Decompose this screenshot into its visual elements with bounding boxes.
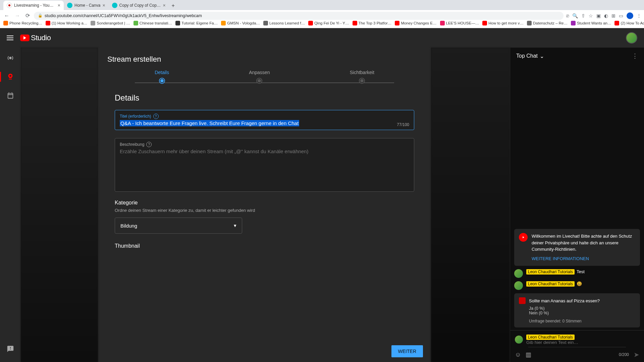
close-icon[interactable]: × bbox=[163, 3, 165, 8]
bookmark-favicon bbox=[395, 21, 399, 25]
step-label: Details bbox=[155, 70, 169, 75]
emoji-button[interactable]: ☺ bbox=[515, 351, 521, 358]
bookmark-item[interactable]: Phone Recycling… bbox=[3, 21, 42, 25]
cast-icon[interactable]: ⎚ bbox=[566, 13, 569, 18]
bookmark-favicon bbox=[353, 21, 357, 25]
welcome-text: Willkommen im Livechat! Bitte achte auf … bbox=[532, 233, 635, 253]
step-dot-icon bbox=[257, 78, 262, 83]
chat-input-area: Leon Chaudhari Tutorials Gib hier deinen… bbox=[510, 330, 644, 362]
user-avatar-icon bbox=[514, 281, 523, 290]
sidebar-item-schedule[interactable] bbox=[3, 88, 17, 103]
bookmark-item[interactable]: (1) How Working a… bbox=[46, 21, 88, 25]
chat-message: Leon Chaudhari Tutorials😃 bbox=[514, 281, 640, 290]
browser-tab[interactable]: Copy of Copy of Copy of Cop× bbox=[109, 1, 169, 10]
category-title: Kategorie bbox=[115, 200, 414, 206]
zoom-icon[interactable]: 🔍 bbox=[572, 13, 578, 18]
chat-mode-select[interactable]: Top Chat⌄ bbox=[516, 53, 544, 59]
step-label: Sichtbarkeit bbox=[350, 70, 374, 75]
title-field[interactable]: Titel (erforderlich)? Q&A - Ich beantwor… bbox=[115, 110, 414, 130]
bookmark-item[interactable]: Money Changes E… bbox=[395, 21, 436, 25]
bookmark-favicon bbox=[91, 21, 95, 25]
help-icon[interactable]: ? bbox=[153, 114, 159, 119]
bookmark-icon[interactable]: ☆ bbox=[589, 13, 593, 18]
modal-title: Stream erstellen bbox=[98, 48, 431, 70]
sidebar bbox=[0, 48, 21, 362]
description-field[interactable]: Beschreibung? Erzähle Zuschauern mehr üb… bbox=[115, 138, 414, 192]
next-button[interactable]: WEITER bbox=[391, 345, 423, 357]
poll-button[interactable]: ▥ bbox=[526, 351, 531, 358]
chat-panel: Top Chat⌄ ⋮ Willkommen im Livechat! Bitt… bbox=[510, 48, 644, 362]
chat-more-button[interactable]: ⋮ bbox=[632, 52, 638, 60]
step-details[interactable]: Details bbox=[155, 70, 169, 83]
youtube-icon bbox=[20, 35, 30, 41]
sidebar-item-webcam[interactable] bbox=[3, 70, 17, 84]
user-avatar[interactable] bbox=[626, 32, 637, 44]
bookmark-item[interactable]: Datenschutz – Re… bbox=[527, 21, 568, 25]
chat-message: Leon Chaudhari TutorialsTest bbox=[514, 269, 640, 278]
bookmark-favicon bbox=[221, 21, 226, 25]
create-stream-modal: Stream erstellen Details Anpassen Sichtb… bbox=[98, 48, 431, 362]
sidebar-item-stream[interactable] bbox=[3, 51, 17, 65]
chat-mode-label: Top Chat bbox=[516, 53, 538, 59]
bookmark-item[interactable]: LEE'S HOUSE—… bbox=[440, 21, 479, 25]
bookmark-item[interactable]: The Top 3 Platfor… bbox=[353, 21, 392, 25]
back-button[interactable]: ← bbox=[3, 11, 11, 20]
close-icon[interactable]: × bbox=[58, 3, 60, 8]
bookmark-item[interactable]: Sonderangebot | … bbox=[91, 21, 130, 25]
step-label: Anpassen bbox=[249, 70, 270, 75]
new-tab-button[interactable]: + bbox=[169, 1, 177, 10]
char-counter: 77/100 bbox=[397, 122, 409, 127]
bookmark-item[interactable]: How to get more v… bbox=[482, 21, 524, 25]
close-icon[interactable]: × bbox=[102, 3, 105, 8]
form-scroll[interactable]: Details Titel (erforderlich)? Q&A - Ich … bbox=[98, 93, 431, 341]
bookmark-favicon bbox=[308, 21, 313, 25]
share-icon[interactable]: ⇧ bbox=[581, 13, 585, 18]
bookmark-label: Chinese translati… bbox=[140, 21, 172, 25]
bookmark-favicon bbox=[571, 21, 576, 25]
ext-icon[interactable]: ◐ bbox=[604, 13, 608, 18]
menu-icon[interactable]: ⋮ bbox=[637, 13, 641, 18]
reload-button[interactable]: ⟳ bbox=[24, 11, 31, 20]
url-field[interactable]: 🔒studio.youtube.com/channel/UC1a5FWVn0gU… bbox=[34, 12, 564, 20]
ext-icon[interactable]: ▭ bbox=[619, 13, 623, 18]
bookmark-label: Money Changes E… bbox=[401, 21, 436, 25]
step-customize[interactable]: Anpassen bbox=[249, 70, 270, 83]
poll-option: Ja (0 %) bbox=[529, 306, 635, 311]
chat-input[interactable]: Gib hier deinen Text ein… bbox=[526, 340, 639, 345]
sidebar-item-feedback[interactable] bbox=[3, 342, 17, 356]
bookmark-item[interactable]: GMSN - Vologda… bbox=[221, 21, 260, 25]
browser-tab[interactable]: Livestreaming - YouTube S× bbox=[3, 1, 64, 10]
chat-body[interactable]: Willkommen im Livechat! Bitte achte auf … bbox=[510, 64, 644, 330]
title-input[interactable]: Q&A - Ich beantworte Eure Fragen live. S… bbox=[120, 120, 299, 126]
bookmark-favicon bbox=[482, 21, 487, 25]
profile-avatar[interactable] bbox=[627, 12, 633, 19]
send-button[interactable]: ➤ bbox=[634, 351, 639, 359]
bookmark-item[interactable]: Tutorial: Eigene Fa… bbox=[175, 21, 218, 25]
app-header: Studio bbox=[0, 28, 644, 48]
youtube-studio-logo[interactable]: Studio bbox=[20, 34, 51, 42]
browser-tab[interactable]: Home - Canva× bbox=[64, 1, 109, 10]
stepper: Details Anpassen Sichtbarkeit bbox=[98, 70, 431, 93]
help-icon[interactable]: ? bbox=[146, 142, 152, 147]
bookmark-label: How to get more v… bbox=[488, 21, 524, 25]
step-visibility[interactable]: Sichtbarkeit bbox=[350, 70, 374, 83]
bookmark-item[interactable]: Chinese translati… bbox=[133, 21, 172, 25]
welcome-link[interactable]: WEITERE INFORMATIONEN bbox=[532, 255, 635, 262]
category-desc: Ordne deinen Stream einer Kategorie zu, … bbox=[115, 208, 414, 213]
forward-button[interactable]: → bbox=[13, 11, 21, 20]
bookmark-item[interactable]: Qing Fei De Yi - Y… bbox=[308, 21, 349, 25]
bookmark-item[interactable]: Lessons Learned f… bbox=[263, 21, 305, 25]
menu-button[interactable] bbox=[7, 36, 13, 40]
ext-icon[interactable]: ⊞ bbox=[611, 13, 615, 18]
chat-char-counter: 0/200 bbox=[619, 352, 629, 357]
category-select[interactable]: Bildung▾ bbox=[115, 218, 242, 234]
bookmark-item[interactable]: Student Wants an… bbox=[571, 21, 611, 25]
ext-icon[interactable]: ▣ bbox=[596, 13, 601, 18]
bookmark-item[interactable]: (2) How To Add A… bbox=[614, 21, 644, 25]
modal-footer: WEITER bbox=[98, 341, 431, 362]
browser-chrome: Livestreaming - YouTube S× Home - Canva×… bbox=[0, 0, 644, 18]
poll-ended: Umfrage beendet: 0 Stimmen bbox=[529, 319, 635, 323]
chevron-down-icon: ▾ bbox=[234, 223, 236, 229]
youtube-icon bbox=[519, 233, 528, 242]
tab-title: Copy of Copy of Copy of Cop bbox=[119, 3, 161, 8]
